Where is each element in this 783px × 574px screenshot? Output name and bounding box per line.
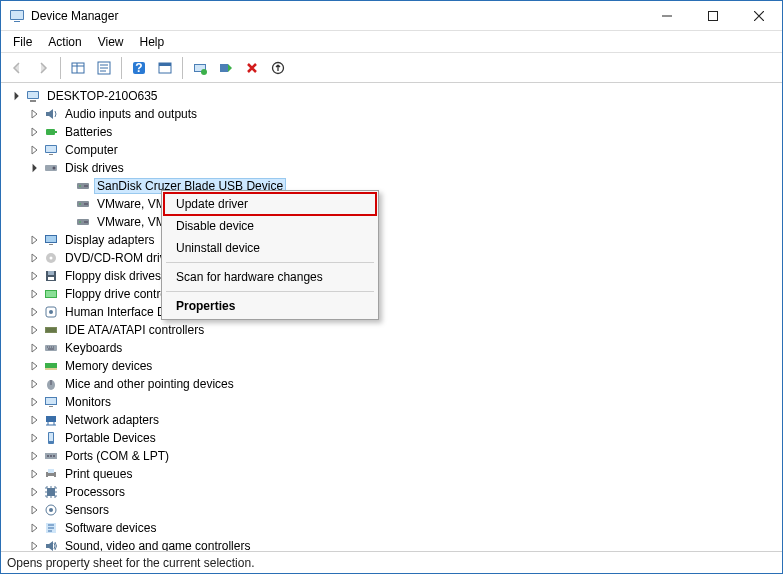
uninstall-device-button[interactable] [214, 56, 238, 80]
toolbar-separator [182, 57, 183, 79]
tree-device[interactable]: SanDisk Cruzer Blade USB Device [3, 177, 780, 195]
close-button[interactable] [736, 1, 782, 31]
titlebar: Device Manager [1, 1, 782, 31]
menu-view[interactable]: View [90, 33, 132, 51]
context-item[interactable]: Update driver [164, 193, 376, 215]
tree-category[interactable]: Ports (COM & LPT) [3, 447, 780, 465]
expand-icon[interactable] [27, 539, 41, 551]
collapse-icon[interactable] [9, 89, 23, 103]
expand-icon[interactable] [27, 125, 41, 139]
tree-category[interactable]: Audio inputs and outputs [3, 105, 780, 123]
tree-category[interactable]: Floppy disk drives [3, 267, 780, 285]
tree-category[interactable]: Monitors [3, 393, 780, 411]
help-button[interactable]: ? [127, 56, 151, 80]
properties-button[interactable] [92, 56, 116, 80]
expand-icon[interactable] [27, 323, 41, 337]
svg-rect-46 [45, 327, 57, 333]
svg-point-24 [53, 167, 56, 170]
tree-device[interactable]: VMware, VMware Virtual S SCSI Disk Devic… [3, 213, 780, 231]
collapse-icon[interactable] [27, 161, 41, 175]
tree-category[interactable]: Sensors [3, 501, 780, 519]
expand-icon[interactable] [27, 233, 41, 247]
category-label: Mice and other pointing devices [63, 377, 236, 391]
minimize-button[interactable] [644, 1, 690, 31]
category-label: Processors [63, 485, 127, 499]
svg-text:?: ? [135, 61, 142, 75]
menu-file[interactable]: File [5, 33, 40, 51]
sound-icon [43, 538, 59, 551]
svg-point-29 [79, 203, 81, 205]
action-properties-button[interactable] [153, 56, 177, 80]
context-item[interactable]: Disable device [164, 215, 376, 237]
tree-category[interactable]: Portable Devices [3, 429, 780, 447]
expand-icon[interactable] [27, 467, 41, 481]
tree-category[interactable]: Disk drives [3, 159, 780, 177]
svg-rect-62 [48, 476, 54, 479]
expand-icon[interactable] [27, 395, 41, 409]
expand-icon[interactable] [27, 485, 41, 499]
expand-icon[interactable] [27, 413, 41, 427]
tree-category[interactable]: Human Interface Devices [3, 303, 780, 321]
ports-icon [43, 448, 59, 464]
expand-icon[interactable] [27, 251, 41, 265]
context-item[interactable]: Properties [164, 295, 376, 317]
show-all-button[interactable] [66, 56, 90, 80]
svg-rect-36 [49, 244, 53, 245]
print-icon [43, 466, 59, 482]
context-item[interactable]: Uninstall device [164, 237, 376, 259]
tree-category[interactable]: IDE ATA/ATAPI controllers [3, 321, 780, 339]
tree-category[interactable]: DVD/CD-ROM drives [3, 249, 780, 267]
device-tree[interactable]: DESKTOP-210O635 Audio inputs and outputs… [1, 83, 782, 551]
expand-icon[interactable] [27, 521, 41, 535]
menu-help[interactable]: Help [132, 33, 173, 51]
tree-category[interactable]: Batteries [3, 123, 780, 141]
expand-icon[interactable] [27, 431, 41, 445]
expand-icon[interactable] [27, 269, 41, 283]
expand-icon[interactable] [27, 359, 41, 373]
cpu-icon [43, 484, 59, 500]
svg-rect-35 [46, 236, 56, 242]
expand-icon[interactable] [27, 305, 41, 319]
svg-rect-48 [45, 363, 57, 368]
expand-icon[interactable] [27, 503, 41, 517]
svg-rect-52 [49, 406, 53, 407]
toolbar: ? [1, 53, 782, 83]
context-item[interactable]: Scan for hardware changes [164, 266, 376, 288]
statusbar: Opens property sheet for the current sel… [1, 551, 782, 573]
tree-category[interactable]: Computer [3, 141, 780, 159]
tree-root[interactable]: DESKTOP-210O635 [3, 87, 780, 105]
expand-icon[interactable] [27, 341, 41, 355]
tree-category[interactable]: Memory devices [3, 357, 780, 375]
tree-device[interactable]: VMware, VMware Virtual S SCSI Disk Devic… [3, 195, 780, 213]
tree-category[interactable]: Keyboards [3, 339, 780, 357]
menubar: File Action View Help [1, 31, 782, 53]
tree-category[interactable]: Processors [3, 483, 780, 501]
tree-category[interactable]: Display adapters [3, 231, 780, 249]
scan-hardware-button[interactable] [266, 56, 290, 80]
maximize-button[interactable] [690, 1, 736, 31]
tree-category[interactable]: Mice and other pointing devices [3, 375, 780, 393]
update-driver-button[interactable] [188, 56, 212, 80]
category-label: Software devices [63, 521, 158, 535]
disk-icon [43, 160, 59, 176]
expand-icon[interactable] [27, 377, 41, 391]
expand-icon[interactable] [27, 449, 41, 463]
tree-category[interactable]: Print queues [3, 465, 780, 483]
svg-point-65 [49, 508, 53, 512]
expand-icon[interactable] [27, 287, 41, 301]
category-label: Portable Devices [63, 431, 158, 445]
tree-category[interactable]: Software devices [3, 519, 780, 537]
mouse-icon [43, 376, 59, 392]
tree-category[interactable]: Network adapters [3, 411, 780, 429]
expand-icon[interactable] [27, 107, 41, 121]
disable-device-button[interactable] [240, 56, 264, 80]
menu-action[interactable]: Action [40, 33, 89, 51]
svg-point-12 [201, 69, 207, 75]
expand-icon[interactable] [27, 143, 41, 157]
category-label: Sound, video and game controllers [63, 539, 252, 551]
tree-category[interactable]: Sound, video and game controllers [3, 537, 780, 551]
tree-category[interactable]: Floppy drive controllers [3, 285, 780, 303]
back-button[interactable] [5, 56, 29, 80]
category-label: Network adapters [63, 413, 161, 427]
forward-button[interactable] [31, 56, 55, 80]
